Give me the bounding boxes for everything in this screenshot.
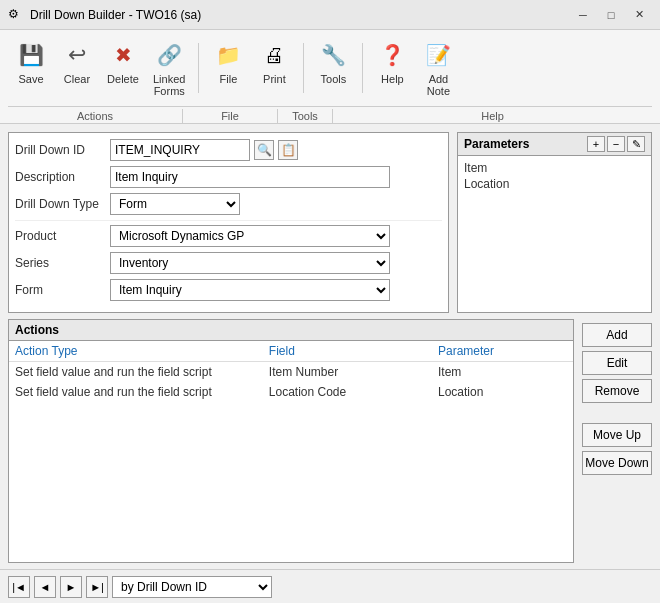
description-label: Description — [15, 170, 110, 184]
copy-button[interactable]: 📋 — [278, 140, 298, 160]
actions-table-body: Set field value and run the field script… — [9, 362, 573, 403]
nav-next-button[interactable]: ► — [60, 576, 82, 598]
close-button[interactable]: ✕ — [626, 4, 652, 26]
edit-action-button[interactable]: Edit — [582, 351, 652, 375]
linked-forms-icon: 🔗 — [153, 39, 185, 71]
file-label: File — [220, 73, 238, 85]
move-up-button[interactable]: Move Up — [582, 423, 652, 447]
action-type-0: Set field value and run the field script — [9, 362, 263, 383]
delete-icon: ✖ — [107, 39, 139, 71]
tools-icon: 🔧 — [317, 39, 349, 71]
linked-forms-button[interactable]: 🔗 LinkedForms — [146, 34, 192, 102]
param-item-0: Item — [464, 160, 645, 176]
table-row-1[interactable]: Set field value and run the field script… — [9, 382, 573, 402]
tools-label: Tools — [321, 73, 347, 85]
minimize-button[interactable]: ─ — [570, 4, 596, 26]
save-button[interactable]: 💾 Save — [8, 34, 54, 102]
help-icon: ❓ — [376, 39, 408, 71]
sort-select[interactable]: by Drill Down ID by Description — [112, 576, 272, 598]
actions-group-label: Actions — [77, 109, 113, 123]
product-value-container: Microsoft Dynamics GP — [110, 225, 442, 247]
nav-first-button[interactable]: |◄ — [8, 576, 30, 598]
print-label: Print — [263, 73, 286, 85]
tools-button[interactable]: 🔧 Tools — [310, 34, 356, 90]
drill-down-type-select[interactable]: Form Report SmartList — [110, 193, 240, 215]
toolbar: 💾 Save ↩ Clear ✖ Delete 🔗 LinkedForms — [0, 30, 660, 124]
actions-section: Actions Action Type Field Parameter Set … — [8, 319, 574, 563]
action-type-1: Set field value and run the field script — [9, 382, 263, 402]
description-value-container — [110, 166, 442, 188]
product-row: Product Microsoft Dynamics GP — [15, 225, 442, 247]
add-note-button[interactable]: 📝 AddNote — [415, 34, 461, 102]
save-label: Save — [18, 73, 43, 85]
parameters-panel: Parameters + − ✎ Item Location — [457, 132, 652, 313]
print-button[interactable]: 🖨 Print — [251, 34, 297, 90]
copy-icon: 📋 — [281, 143, 296, 157]
form-value-container: Item Inquiry — [110, 279, 442, 301]
toolbar-tools-row: 🔧 Tools — [310, 34, 356, 90]
separator-2 — [303, 43, 304, 93]
drill-down-type-value-container: Form Report SmartList — [110, 193, 442, 215]
move-down-button[interactable]: Move Down — [582, 451, 652, 475]
file-group-label-container: File — [183, 109, 278, 123]
search-icon: 🔍 — [257, 143, 272, 157]
main-content: Drill Down ID 🔍 📋 Description — [0, 124, 660, 571]
toolbar-group-labels: Actions File Tools Help — [8, 106, 652, 123]
add-action-button[interactable]: Add — [582, 323, 652, 347]
parameters-list: Item Location — [458, 156, 651, 196]
param-item-1: Location — [464, 176, 645, 192]
nav-last-button[interactable]: ►| — [86, 576, 108, 598]
parameters-add-button[interactable]: + — [587, 136, 605, 152]
description-input[interactable] — [110, 166, 390, 188]
app-icon: ⚙ — [8, 7, 24, 23]
toolbar-actions-row: 💾 Save ↩ Clear ✖ Delete 🔗 LinkedForms — [8, 34, 192, 102]
title-bar-text: Drill Down Builder - TWO16 (sa) — [30, 8, 570, 22]
title-bar: ⚙ Drill Down Builder - TWO16 (sa) ─ □ ✕ — [0, 0, 660, 30]
delete-label: Delete — [107, 73, 139, 85]
clear-button[interactable]: ↩ Clear — [54, 34, 100, 102]
actions-table-header-row: Action Type Field Parameter — [9, 341, 573, 362]
parameters-header-buttons: + − ✎ — [587, 136, 645, 152]
parameters-remove-button[interactable]: − — [607, 136, 625, 152]
file-button[interactable]: 📁 File — [205, 34, 251, 90]
clear-label: Clear — [64, 73, 90, 85]
nav-prev-button[interactable]: ◄ — [34, 576, 56, 598]
maximize-button[interactable]: □ — [598, 4, 624, 26]
parameter-1: Location — [432, 382, 573, 402]
print-icon: 🖨 — [258, 39, 290, 71]
side-buttons: Add Edit Remove Move Up Move Down — [582, 319, 652, 563]
tools-group-label-container: Tools — [278, 109, 333, 123]
linked-forms-label: LinkedForms — [153, 73, 185, 97]
actions-header: Actions — [9, 320, 573, 341]
drill-down-id-input[interactable] — [110, 139, 250, 161]
add-note-icon: 📝 — [422, 39, 454, 71]
parameters-title: Parameters — [464, 137, 529, 151]
series-select[interactable]: Inventory Sales Purchasing Financial — [110, 252, 390, 274]
drill-down-id-value-container: 🔍 📋 — [110, 139, 442, 161]
series-label: Series — [15, 256, 110, 270]
form-row: Form Item Inquiry — [15, 279, 442, 301]
field-1: Location Code — [263, 382, 432, 402]
left-panel: Drill Down ID 🔍 📋 Description — [8, 132, 449, 313]
toolbar-help-row: ❓ Help 📝 AddNote — [369, 34, 461, 102]
toolbar-group-help: ❓ Help 📝 AddNote — [369, 34, 461, 102]
table-row-0[interactable]: Set field value and run the field script… — [9, 362, 573, 383]
actions-table-head: Action Type Field Parameter — [9, 341, 573, 362]
separator-1 — [198, 43, 199, 93]
search-button[interactable]: 🔍 — [254, 140, 274, 160]
help-group-label-container: Help — [333, 109, 652, 123]
help-label: Help — [381, 73, 404, 85]
clear-icon: ↩ — [61, 39, 93, 71]
divider-1 — [15, 220, 442, 221]
remove-action-button[interactable]: Remove — [582, 379, 652, 403]
series-row: Series Inventory Sales Purchasing Financ… — [15, 252, 442, 274]
product-select[interactable]: Microsoft Dynamics GP — [110, 225, 390, 247]
actions-wrapper: Actions Action Type Field Parameter Set … — [8, 319, 574, 563]
file-icon: 📁 — [212, 39, 244, 71]
drill-down-type-label: Drill Down Type — [15, 197, 110, 211]
delete-button[interactable]: ✖ Delete — [100, 34, 146, 102]
form-select[interactable]: Item Inquiry — [110, 279, 390, 301]
help-button[interactable]: ❓ Help — [369, 34, 415, 102]
col-header-parameter: Parameter — [432, 341, 573, 362]
parameters-edit-button[interactable]: ✎ — [627, 136, 645, 152]
